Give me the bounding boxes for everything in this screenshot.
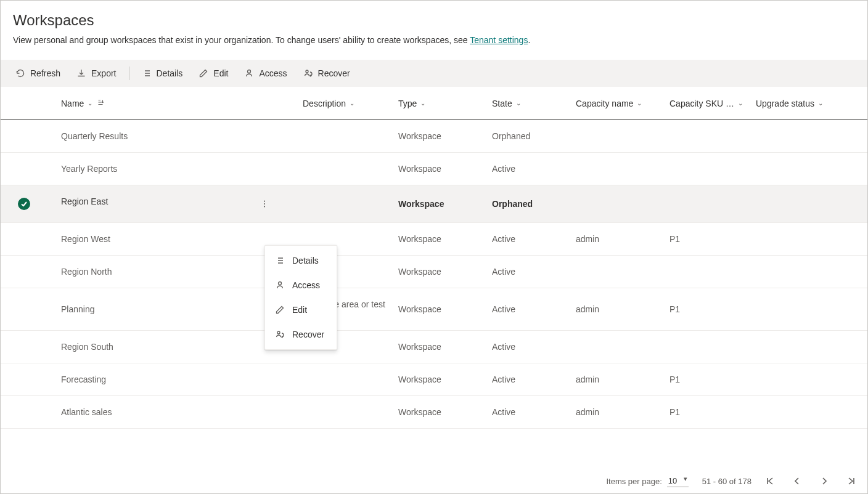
table-row[interactable]: Yearly ReportsWorkspaceActive <box>1 153 867 185</box>
details-label: Details <box>157 68 183 78</box>
column-header-capacity-sku[interactable]: Capacity SKU … ⌄ <box>669 99 743 108</box>
row-capacity-name <box>570 185 663 223</box>
edit-button[interactable]: Edit <box>192 65 234 82</box>
refresh-button[interactable]: Refresh <box>9 65 67 82</box>
refresh-label: Refresh <box>30 68 60 78</box>
table-row[interactable]: Region NorthWorkspaceActive <box>1 256 867 288</box>
row-type: Workspace <box>392 331 486 363</box>
column-header-upgrade-status[interactable]: Upgrade status ⌄ <box>756 99 861 108</box>
row-state: Orphaned <box>486 120 570 153</box>
table-row[interactable]: PlanningorkSpace area or test in BBTWork… <box>1 288 867 331</box>
row-name: Region West <box>61 234 110 244</box>
table-row[interactable]: Atlantic salesWorkspaceActiveadminP1 <box>1 396 867 429</box>
chevron-down-icon: ⌄ <box>818 100 823 107</box>
row-context-menu: Details Access Edit Recover <box>264 245 337 350</box>
person-icon <box>275 280 285 290</box>
row-capacity-name <box>570 256 663 288</box>
row-capacity-name: admin <box>570 288 663 331</box>
edit-label: Edit <box>213 68 228 78</box>
pager-next-button[interactable] <box>819 476 829 486</box>
menu-details[interactable]: Details <box>265 248 337 273</box>
menu-recover-label: Recover <box>292 330 324 339</box>
toolbar: Refresh Export Details Edit Access <box>1 60 867 87</box>
row-upgrade-status <box>750 288 867 331</box>
table-row[interactable]: Region SouthWorkspaceActive <box>1 331 867 363</box>
row-upgrade-status <box>750 153 867 185</box>
table-row[interactable]: Quarterly ResultsWorkspaceOrphaned <box>1 120 867 153</box>
pager-first-button[interactable] <box>765 476 775 486</box>
chevron-down-icon: ⌄ <box>738 100 743 107</box>
svg-point-3 <box>264 203 265 204</box>
menu-edit[interactable]: Edit <box>265 298 337 322</box>
subtitle-prefix: View personal and group workspaces that … <box>13 35 470 45</box>
column-upgrade-status-label: Upgrade status <box>756 99 814 108</box>
items-per-page-select[interactable]: 10 <box>667 475 689 487</box>
menu-access-label: Access <box>292 280 320 290</box>
access-label: Access <box>259 68 287 78</box>
pencil-icon <box>199 68 208 78</box>
download-icon <box>76 68 86 78</box>
row-type: Workspace <box>392 396 486 429</box>
refresh-icon <box>15 68 25 78</box>
row-type: Workspace <box>392 256 486 288</box>
row-name: Quarterly Results <box>61 131 128 141</box>
row-state: Active <box>486 396 570 429</box>
row-name: Region East <box>61 196 108 206</box>
row-name: Forecasting <box>61 375 106 384</box>
pager-last-button[interactable] <box>846 476 856 486</box>
recover-button[interactable]: Recover <box>297 65 356 82</box>
row-capacity-sku: P1 <box>663 363 750 396</box>
column-capacity-sku-label: Capacity SKU … <box>669 99 734 108</box>
row-description <box>297 396 392 429</box>
chevron-down-icon: ⌄ <box>516 100 521 107</box>
row-description <box>297 185 392 223</box>
access-button[interactable]: Access <box>238 65 293 82</box>
row-name: Planning <box>61 304 95 314</box>
row-state: Active <box>486 331 570 363</box>
table-row[interactable]: ForecastingWorkspaceActiveadminP1 <box>1 363 867 396</box>
row-capacity-name <box>570 153 663 185</box>
row-capacity-sku <box>663 185 750 223</box>
row-name: Region North <box>61 267 112 277</box>
row-state: Active <box>486 363 570 396</box>
page-title: Workspaces <box>13 12 855 29</box>
row-upgrade-status <box>750 331 867 363</box>
table-row[interactable]: Region EastWorkspaceOrphaned <box>1 185 867 223</box>
column-capacity-name-label: Capacity name <box>576 99 633 108</box>
column-header-state[interactable]: State ⌄ <box>492 99 563 108</box>
row-name: Region South <box>61 342 113 352</box>
page-subtitle: View personal and group workspaces that … <box>13 35 855 45</box>
column-header-capacity-name[interactable]: Capacity name ⌄ <box>576 99 657 108</box>
chevron-down-icon: ⌄ <box>88 100 92 107</box>
row-type: Workspace <box>392 120 486 153</box>
menu-edit-label: Edit <box>292 305 307 315</box>
column-header-description[interactable]: Description ⌄ <box>303 99 386 108</box>
pager-prev-button[interactable] <box>792 476 802 486</box>
row-capacity-name: admin <box>570 223 663 256</box>
workspaces-table: Name ⌄ Description ⌄ Type <box>1 87 867 429</box>
column-header-type[interactable]: Type ⌄ <box>398 99 480 108</box>
checkmark-icon[interactable] <box>18 198 30 210</box>
pager: Items per page: 10 51 - 60 of 178 <box>606 475 856 487</box>
details-button[interactable]: Details <box>136 65 189 82</box>
list-icon <box>142 68 152 78</box>
svg-point-4 <box>264 206 265 207</box>
menu-access[interactable]: Access <box>265 273 337 298</box>
row-state: Active <box>486 256 570 288</box>
table-row[interactable]: Region WestWorkspaceActiveadminP1 <box>1 223 867 256</box>
export-button[interactable]: Export <box>70 65 122 82</box>
row-capacity-sku: P1 <box>663 223 750 256</box>
menu-recover[interactable]: Recover <box>265 322 337 347</box>
recover-icon <box>275 330 285 339</box>
row-description <box>297 120 392 153</box>
menu-details-label: Details <box>292 256 319 265</box>
more-options-button[interactable] <box>257 196 272 211</box>
chevron-down-icon: ⌄ <box>420 100 425 107</box>
row-capacity-name <box>570 331 663 363</box>
column-header-name[interactable]: Name ⌄ <box>61 98 290 108</box>
row-type: Workspace <box>392 153 486 185</box>
tenant-settings-link[interactable]: Tenant settings <box>470 35 528 45</box>
row-upgrade-status <box>750 363 867 396</box>
column-name-label: Name <box>61 99 84 108</box>
row-capacity-sku: P1 <box>663 288 750 331</box>
